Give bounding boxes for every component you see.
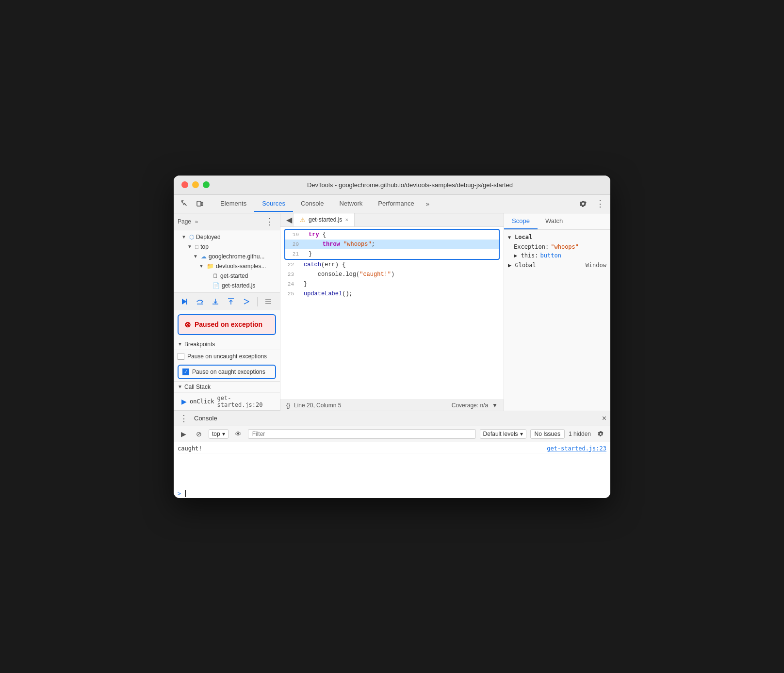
tab-console[interactable]: Console (293, 196, 332, 212)
devtools-window: DevTools - googlechrome.github.io/devtoo… (174, 176, 610, 498)
step-into-button[interactable] (209, 295, 222, 308)
console-stop-icon[interactable]: ⊘ (193, 428, 205, 440)
file-tab-name: get-started.js (309, 216, 342, 223)
code-line-20: 20 throw "whoops"; (285, 240, 499, 249)
settings-icon[interactable] (576, 197, 590, 210)
console-run-icon[interactable]: ▶ (178, 428, 189, 440)
window-title: DevTools - googlechrome.github.io/devtoo… (217, 181, 603, 189)
device-icon[interactable] (193, 197, 207, 210)
file-icon: 🗒 (212, 272, 218, 279)
file-tree: ▼ ⬡ Deployed ▼ □ top ▼ ☁ googlechrome.gi… (174, 230, 280, 292)
tree-arrow-top: ▼ (187, 244, 193, 249)
code-line-24: 24 } (280, 279, 504, 289)
tab-elements[interactable]: Elements (212, 196, 254, 212)
close-button[interactable] (181, 181, 188, 188)
tab-watch[interactable]: Watch (538, 213, 571, 229)
prompt-cursor[interactable] (185, 490, 186, 497)
tree-arrow-domain: ▼ (193, 254, 199, 259)
cursor-position: Line 20, Column 5 (294, 402, 341, 409)
line-content-20: throw "whoops"; (305, 240, 499, 249)
caught-exceptions-row: ✓ Pause on caught exceptions (178, 365, 276, 379)
inspect-icon[interactable] (178, 197, 191, 210)
console-output: caught! get-started.js:23 (174, 442, 610, 489)
more-options-icon[interactable]: ⋮ (594, 198, 606, 209)
tree-top[interactable]: ▼ □ top (174, 242, 280, 252)
tab-sources[interactable]: Sources (254, 196, 293, 212)
filter-input[interactable] (248, 429, 476, 439)
cube-icon: ⬡ (189, 234, 194, 240)
tree-arrow-folder: ▼ (199, 263, 205, 269)
debug-toolbar (174, 292, 280, 310)
page-icon: □ (195, 243, 198, 250)
sidebar-more-button[interactable]: » (195, 219, 198, 224)
console-settings-icon[interactable] (595, 428, 606, 440)
scope-content: ▼ Local Exception: "whoops" ▶ this: butt… (504, 230, 610, 411)
scope-this[interactable]: ▶ this: button (504, 251, 610, 260)
format-button[interactable]: {} (286, 402, 290, 409)
scope-watch-tabs: Scope Watch (504, 213, 610, 230)
console-close-button[interactable]: × (602, 414, 606, 423)
line-num-19: 19 (285, 230, 305, 240)
more-tabs-button[interactable]: » (422, 198, 433, 209)
console-menu-icon[interactable]: ⋮ (178, 413, 190, 424)
line-content-22: catch(err) { (300, 260, 504, 270)
code-line-23: 23 console.log("caught!") (280, 270, 504, 279)
tree-get-started-js[interactable]: 📄 get-started.js (174, 281, 280, 290)
breakpoints-header[interactable]: ▼ Breakpoints (174, 339, 280, 350)
line-num-23: 23 (280, 270, 300, 279)
scope-global-label: ▶ Global (508, 262, 536, 269)
code-line-19: 19 try { (285, 230, 499, 240)
tab-bar: Elements Sources Console Network Perform… (212, 196, 576, 212)
scope-exception: Exception: "whoops" (504, 242, 610, 251)
code-lines: 19 try { 20 throw "whoops"; 21 } (280, 229, 504, 299)
issues-button[interactable]: No Issues (530, 429, 565, 439)
paused-text: Paused on exception (195, 320, 262, 328)
scope-this-value: button (540, 252, 561, 259)
tab-performance[interactable]: Performance (370, 196, 422, 212)
minimize-button[interactable] (192, 181, 199, 188)
resume-button[interactable] (178, 295, 191, 308)
source-file-tab[interactable]: ⚠ get-started.js × (294, 213, 355, 226)
line-content-19: try { (305, 230, 499, 240)
step-over-button[interactable] (193, 295, 207, 308)
deactivate-breakpoints-button[interactable] (261, 295, 275, 308)
step-button[interactable] (240, 295, 253, 308)
sidebar-menu-icon[interactable]: ⋮ (263, 216, 276, 227)
nav-back-button[interactable]: ◀ (284, 213, 294, 226)
coverage-toggle[interactable]: ▼ (492, 402, 498, 409)
file-tab-close[interactable]: × (345, 217, 348, 223)
uncaught-checkbox[interactable] (178, 353, 184, 360)
tree-label-gs: get-started (220, 272, 248, 279)
body: Page » ⋮ ▼ ⬡ Deployed ▼ □ top ▼ ☁ (174, 213, 610, 411)
tab-scope[interactable]: Scope (504, 213, 538, 229)
scope-exception-value: "whoops" (551, 243, 579, 250)
left-panel: Page » ⋮ ▼ ⬡ Deployed ▼ □ top ▼ ☁ (174, 213, 280, 411)
callstack-header[interactable]: ▼ Call Stack (174, 382, 280, 393)
tree-get-started[interactable]: 🗒 get-started (174, 271, 280, 281)
tree-deployed[interactable]: ▼ ⬡ Deployed (174, 232, 280, 242)
page-label: Page (178, 218, 191, 225)
code-line-21: 21 } (285, 249, 499, 259)
callstack-item-onclick[interactable]: ▶ onClick get-started.js:20 (174, 393, 280, 410)
line-content-21: } (305, 249, 499, 259)
levels-selector[interactable]: Default levels ▾ (480, 429, 526, 439)
levels-label: Default levels (483, 431, 518, 437)
context-selector[interactable]: top ▾ (209, 429, 229, 439)
maximize-button[interactable] (203, 181, 210, 188)
scope-global[interactable]: ▶ Global Window (504, 260, 610, 271)
exception-group-box: 19 try { 20 throw "whoops"; 21 } (284, 229, 500, 260)
svg-rect-0 (197, 201, 201, 206)
step-out-button[interactable] (224, 295, 238, 308)
console-log-source[interactable]: get-started.js:23 (547, 445, 606, 452)
tab-network[interactable]: Network (332, 196, 371, 212)
tree-label-gsjs: get-started.js (222, 282, 255, 289)
code-line-25: 25 updateLabel(); (280, 289, 504, 299)
tree-folder[interactable]: ▼ 📁 devtools-samples... (174, 261, 280, 271)
svg-rect-3 (186, 299, 187, 304)
caught-checkbox[interactable]: ✓ (182, 369, 189, 375)
callstack-section: ▼ Call Stack ▶ onClick get-started.js:20 (174, 382, 280, 411)
tree-domain[interactable]: ▼ ☁ googlechrome.githu... (174, 252, 280, 261)
svg-marker-2 (182, 299, 187, 304)
eye-icon[interactable]: 👁 (232, 428, 244, 440)
folder-icon: 📁 (207, 263, 214, 270)
